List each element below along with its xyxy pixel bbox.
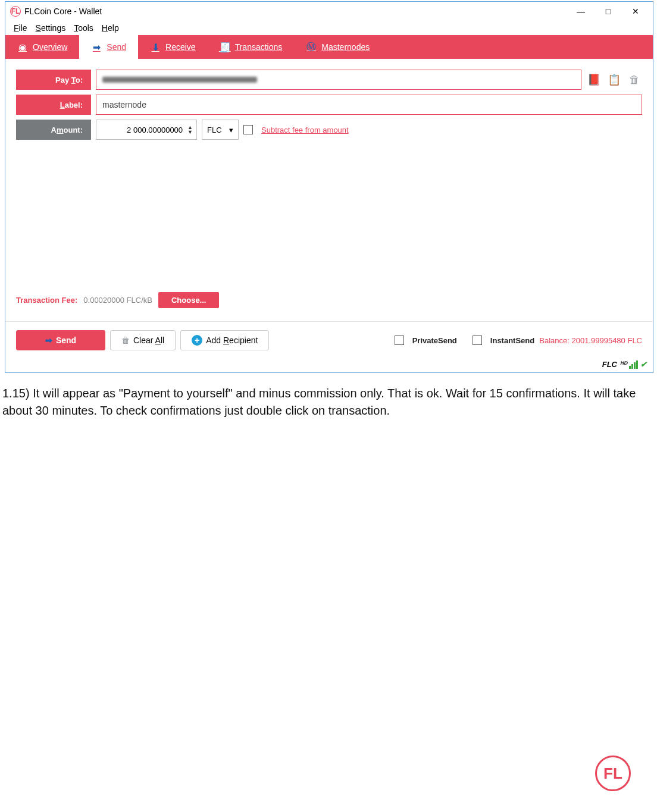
trash-icon[interactable]: 🗑 bbox=[627, 72, 642, 87]
window-title: FLCoin Core - Wallet bbox=[24, 7, 102, 16]
subtract-fee-label: Subtract fee from amount bbox=[261, 126, 349, 134]
tab-transactions-label: Transactions bbox=[235, 42, 283, 52]
choose-fee-button[interactable]: Choose... bbox=[158, 292, 220, 308]
trash-icon: 🗑 bbox=[121, 336, 130, 345]
menu-file[interactable]: File bbox=[14, 23, 27, 33]
menu-settings[interactable]: Settings bbox=[36, 23, 66, 33]
tab-overview-label: Overview bbox=[33, 42, 67, 52]
tab-receive-label: Receive bbox=[165, 42, 196, 52]
balance-label: Balance: bbox=[539, 336, 570, 345]
tab-overview[interactable]: ◉ Overview bbox=[5, 35, 79, 59]
send-form: Pay To: 📕 📋 🗑 Label: masternode Amount: … bbox=[5, 59, 653, 287]
hd-icon: ᴴᴰ bbox=[620, 360, 627, 369]
addressbook-icon[interactable]: 📕 bbox=[586, 72, 602, 87]
subtract-fee-checkbox[interactable] bbox=[243, 125, 253, 134]
receive-arrow-icon: ⬇ bbox=[150, 42, 161, 52]
plus-icon: + bbox=[192, 335, 202, 346]
instantsend-checkbox[interactable] bbox=[473, 336, 482, 345]
wallet-window: FL FLCoin Core - Wallet — □ ✕ File Setti… bbox=[5, 1, 653, 373]
clipboard-icon[interactable]: 📋 bbox=[606, 72, 622, 87]
maximize-button[interactable]: □ bbox=[595, 2, 622, 20]
tab-masternodes-label: Masternodes bbox=[321, 42, 370, 52]
fee-row: Transaction Fee: 0.00020000 FLC/kB Choos… bbox=[5, 287, 653, 313]
instantsend-label: InstantSend bbox=[490, 336, 534, 345]
send-arrow-icon: ➡ bbox=[91, 42, 102, 52]
doc-caption: 1.15) It will appear as "Payment to your… bbox=[0, 385, 657, 419]
menu-tools[interactable]: Tools bbox=[74, 23, 93, 33]
send-button-label: Send bbox=[56, 336, 76, 345]
masternodes-icon: Ⓜ bbox=[306, 42, 317, 52]
amount-input[interactable]: 2 000.00000000 ▲▼ bbox=[96, 120, 197, 140]
tab-receive[interactable]: ⬇ Receive bbox=[138, 35, 208, 59]
transactions-icon: 🧾 bbox=[220, 42, 230, 52]
tab-send-label: Send bbox=[107, 42, 126, 52]
payto-input[interactable] bbox=[96, 70, 581, 90]
send-button[interactable]: ➡ Send bbox=[16, 330, 105, 350]
unit-value: FLC bbox=[207, 126, 222, 134]
sync-ok-icon: ✔ bbox=[640, 360, 647, 369]
tab-masternodes[interactable]: Ⓜ Masternodes bbox=[294, 35, 381, 59]
privatesend-label: PrivateSend bbox=[412, 336, 457, 345]
overview-icon: ◉ bbox=[17, 42, 28, 52]
menubar: File Settings Tools Help bbox=[5, 21, 653, 35]
amount-value: 2 000.00000000 bbox=[127, 126, 187, 134]
privatesend-checkbox[interactable] bbox=[395, 336, 404, 345]
add-recipient-label: Add Recipient bbox=[206, 336, 258, 345]
fee-label: Transaction Fee: bbox=[16, 296, 77, 305]
titlebar: FL FLCoin Core - Wallet — □ ✕ bbox=[5, 2, 653, 21]
chevron-down-icon: ▾ bbox=[229, 126, 233, 134]
balance-value: 2001.99995480 FLC bbox=[571, 336, 642, 345]
tab-bar: ◉ Overview ➡ Send ⬇ Receive 🧾 Transactio… bbox=[5, 35, 653, 59]
network-signal-icon bbox=[629, 360, 638, 369]
clear-all-button[interactable]: 🗑 Clear All bbox=[110, 330, 176, 350]
tab-transactions[interactable]: 🧾 Transactions bbox=[208, 35, 295, 59]
balance: Balance: 2001.99995480 FLC bbox=[539, 336, 642, 345]
payto-label: Pay To: bbox=[16, 70, 91, 90]
close-button[interactable]: ✕ bbox=[622, 2, 649, 20]
app-logo-icon: FL bbox=[10, 6, 21, 17]
bottom-bar: ➡ Send 🗑 Clear All + Add Recipient Priva… bbox=[5, 321, 653, 358]
tab-send[interactable]: ➡ Send bbox=[79, 35, 138, 59]
clear-all-label: Clear All bbox=[133, 336, 164, 345]
amount-label: Amount: bbox=[16, 120, 91, 140]
unit-select[interactable]: FLC ▾ bbox=[202, 120, 239, 140]
fee-value: 0.00020000 FLC/kB bbox=[83, 296, 152, 305]
status-bar: FLC ᴴᴰ ✔ bbox=[5, 358, 653, 372]
label-input[interactable]: masternode bbox=[96, 95, 642, 115]
label-label: Label: bbox=[16, 95, 91, 115]
minimize-button[interactable]: — bbox=[567, 2, 595, 20]
payto-value-redacted bbox=[102, 77, 257, 83]
amount-stepper[interactable]: ▲▼ bbox=[187, 125, 193, 134]
send-arrow-icon: ➡ bbox=[45, 336, 52, 345]
menu-help[interactable]: Help bbox=[102, 23, 119, 33]
status-unit: FLC bbox=[602, 360, 617, 369]
add-recipient-button[interactable]: + Add Recipient bbox=[180, 330, 269, 350]
